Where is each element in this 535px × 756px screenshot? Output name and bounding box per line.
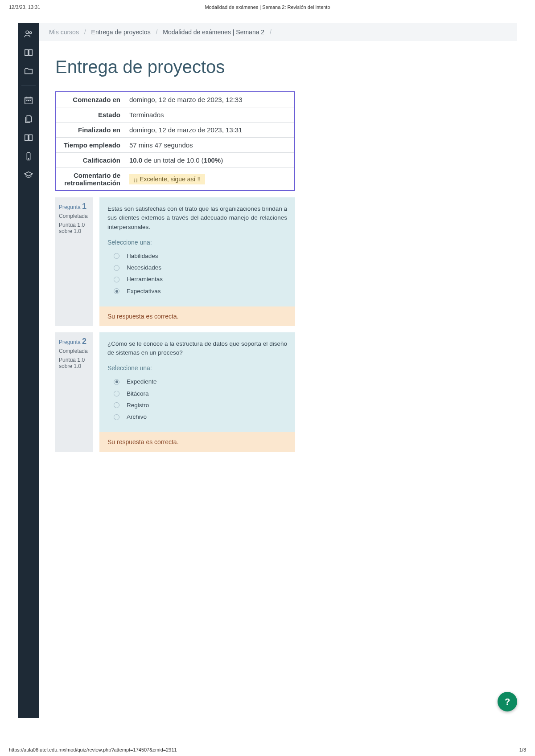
summary-label: Tiempo empleado (56, 138, 125, 153)
mobile-icon[interactable] (23, 151, 34, 162)
print-url: https://aula06.utel.edu.mx/mod/quiz/revi… (9, 747, 177, 752)
option-row[interactable]: Registro (114, 401, 287, 410)
option-row[interactable]: Expediente (114, 377, 287, 386)
graduation-icon[interactable] (23, 170, 34, 180)
table-row: Calificación 10.0 de un total de 10.0 (1… (56, 153, 295, 168)
breadcrumb-course-link[interactable]: Entrega de proyectos (91, 29, 151, 36)
main-content: Mis cursos / Entrega de proyectos / Moda… (39, 23, 517, 718)
summary-table: Comenzado en domingo, 12 de marzo de 202… (55, 91, 295, 191)
svg-point-3 (27, 100, 27, 101)
radio-icon[interactable] (114, 402, 119, 408)
question-text: Estas son satisfechas con el trato que l… (107, 204, 287, 232)
question-feedback: Su respuesta es correcta. (99, 432, 295, 452)
option-row[interactable]: Necesidades (114, 263, 287, 272)
option-label: Archivo (127, 413, 147, 421)
question-block: Pregunta 2CompletadaPuntúa 1.0 sobre 1.0… (55, 332, 295, 452)
question-content: ¿Cómo se le conoce a la estructura de da… (99, 332, 295, 433)
table-row: Tiempo empleado 57 mins 47 segundos (56, 138, 295, 153)
print-title: Modalidad de exámenes | Semana 2: Revisi… (205, 4, 330, 10)
option-row[interactable]: Archivo (114, 413, 287, 421)
page-title: Entrega de proyectos (55, 57, 517, 77)
question-title: Pregunta 2 (59, 337, 90, 346)
book2-icon[interactable] (23, 132, 34, 143)
breadcrumb-sep: / (156, 29, 158, 36)
svg-point-4 (28, 100, 29, 101)
svg-point-5 (30, 100, 30, 101)
question-label: Pregunta (59, 204, 81, 210)
help-button[interactable]: ? (498, 692, 517, 711)
question-number: 2 (82, 337, 86, 346)
grade-text-end: ) (221, 156, 223, 164)
option-row[interactable]: Herramientas (114, 275, 287, 284)
table-row: Comenzado en domingo, 12 de marzo de 202… (56, 92, 295, 107)
table-row: Comentario de retroalimentación ¡¡ Excel… (56, 168, 295, 191)
question-title: Pregunta 1 (59, 202, 90, 211)
svg-point-0 (26, 31, 29, 33)
summary-label: Comenzado en (56, 92, 125, 107)
breadcrumb-sep: / (84, 29, 86, 36)
summary-value: domingo, 12 de marzo de 2023, 13:31 (125, 123, 295, 138)
print-timestamp: 12/3/23, 13:31 (9, 4, 40, 10)
svg-point-7 (28, 159, 29, 159)
question-text: ¿Cómo se le conoce a la estructura de da… (107, 339, 287, 358)
question-number: 1 (82, 202, 86, 211)
book-icon[interactable] (23, 47, 34, 58)
radio-icon[interactable] (114, 253, 119, 259)
question-feedback: Su respuesta es correcta. (99, 306, 295, 326)
option-label: Expediente (127, 377, 157, 386)
option-row[interactable]: Bitácora (114, 389, 287, 398)
option-row[interactable]: Expectativas (114, 287, 287, 296)
grade-text: de un total de 10.0 ( (142, 156, 204, 164)
table-row: Finalizado en domingo, 12 de marzo de 20… (56, 123, 295, 138)
folder-icon[interactable] (23, 66, 34, 77)
question-label: Pregunta (59, 339, 81, 345)
question-body: Estas son satisfechas con el trato que l… (99, 197, 295, 326)
select-prompt: Seleccione una: (107, 238, 287, 247)
print-footer: https://aula06.utel.edu.mx/mod/quiz/revi… (0, 747, 535, 752)
print-header: 12/3/23, 13:31 Modalidad de exámenes | S… (0, 0, 535, 14)
option-label: Expectativas (127, 287, 161, 296)
question-body: ¿Cómo se le conoce a la estructura de da… (99, 332, 295, 452)
question-block: Pregunta 1CompletadaPuntúa 1.0 sobre 1.0… (55, 197, 295, 326)
radio-icon[interactable] (114, 391, 119, 396)
print-page: 1/3 (519, 747, 526, 752)
option-label: Registro (127, 401, 149, 410)
radio-icon[interactable] (114, 414, 119, 420)
summary-value: 57 mins 47 segundos (125, 138, 295, 153)
radio-icon[interactable] (114, 265, 119, 271)
summary-label: Comentario de retroalimentación (56, 168, 125, 191)
table-row: Estado Terminados (56, 107, 295, 123)
help-icon: ? (505, 697, 510, 707)
calendar-icon[interactable] (23, 95, 34, 106)
question-state: Completada (59, 213, 90, 219)
breadcrumb-sep: / (270, 29, 272, 36)
sidebar-divider (21, 86, 36, 86)
option-label: Bitácora (127, 389, 149, 398)
breadcrumb-root: Mis cursos (49, 29, 79, 36)
summary-label: Finalizado en (56, 123, 125, 138)
summary-feedback-cell: ¡¡ Excelente, sigue así !! (125, 168, 295, 191)
breadcrumb-activity-link[interactable]: Modalidad de exámenes | Semana 2 (163, 29, 264, 36)
question-content: Estas son satisfechas con el trato que l… (99, 197, 295, 306)
option-label: Necesidades (127, 263, 161, 272)
svg-point-1 (29, 32, 32, 34)
feedback-badge: ¡¡ Excelente, sigue así !! (129, 174, 205, 184)
question-grade: Puntúa 1.0 sobre 1.0 (59, 222, 90, 234)
option-label: Habilidades (127, 252, 158, 261)
grade-pct: 100% (204, 156, 221, 164)
summary-label: Estado (56, 107, 125, 123)
users-icon[interactable] (23, 29, 34, 39)
summary-grade-value: 10.0 de un total de 10.0 (100%) (125, 153, 295, 168)
option-label: Herramientas (127, 275, 163, 284)
radio-icon[interactable] (114, 277, 119, 282)
summary-value: domingo, 12 de marzo de 2023, 12:33 (125, 92, 295, 107)
radio-icon[interactable] (114, 288, 119, 294)
option-row[interactable]: Habilidades (114, 252, 287, 261)
question-state: Completada (59, 348, 90, 354)
question-info: Pregunta 2CompletadaPuntúa 1.0 sobre 1.0 (55, 332, 93, 452)
files-icon[interactable] (23, 114, 34, 124)
sidebar (18, 23, 39, 718)
summary-label: Calificación (56, 153, 125, 168)
summary-value: Terminados (125, 107, 295, 123)
radio-icon[interactable] (114, 379, 119, 385)
